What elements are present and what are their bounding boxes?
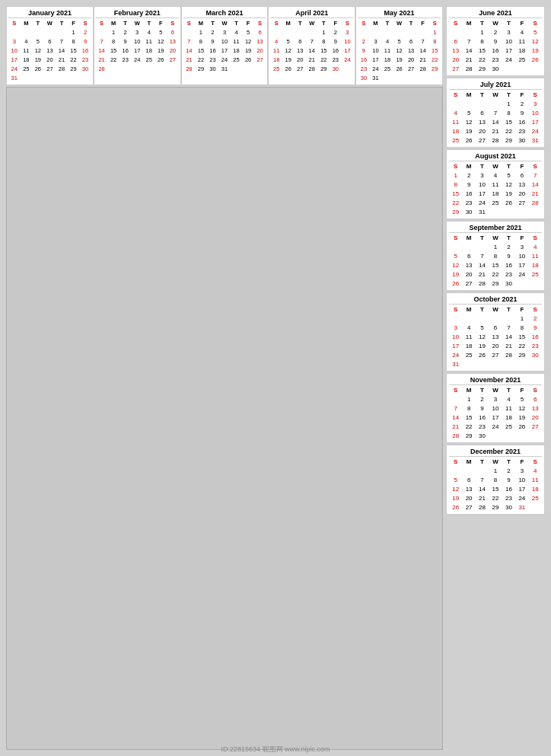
day — [44, 28, 56, 37]
day-header-s2: S — [79, 19, 91, 28]
day: 3 — [8, 37, 21, 46]
day: 22 — [68, 56, 80, 65]
march-calendar: March 2021 S M T W T F S 1 2 3 4 5 6 7 — [181, 6, 269, 85]
left-section: January 2021 S M T W T F S 1 2 — [6, 6, 443, 750]
march-grid: S M T W T F S 1 2 3 4 5 6 7 8 9 — [183, 19, 266, 74]
day: 15 — [68, 46, 80, 56]
november-title: November 2021 — [449, 375, 542, 385]
may-calendar-top: May 2021 S M T W T F S 1 2 — [355, 6, 443, 85]
january-calendar: January 2021 S M T W T F S 1 2 — [6, 6, 94, 85]
february-calendar: February 2021 S M T W T F S 1 2 3 4 5 6 — [94, 6, 181, 85]
day: 5 — [32, 37, 44, 46]
day-header-t2: T — [56, 19, 68, 28]
day: 11 — [21, 46, 33, 56]
day: 20 — [44, 56, 56, 65]
day: 16 — [79, 46, 91, 56]
day-header-m: M — [21, 19, 33, 28]
october-calendar: October 2021 S M T W T F S 1 2 3 4 5 6 — [446, 292, 545, 372]
day: 8 — [68, 37, 80, 46]
day: 19 — [32, 56, 44, 65]
february-grid: S M T W T F S 1 2 3 4 5 6 7 8 9 — [96, 19, 179, 74]
day: 26 — [32, 65, 44, 74]
day: 4 — [21, 37, 33, 46]
day: 30 — [79, 65, 91, 74]
day: 17 — [8, 56, 21, 65]
day: 1 — [68, 28, 80, 37]
day — [56, 28, 68, 37]
day: 28 — [56, 65, 68, 74]
day-header-f: F — [68, 19, 80, 28]
day: 6 — [44, 37, 56, 46]
day: 13 — [44, 46, 56, 56]
day: 31 — [8, 74, 21, 83]
march-title: March 2021 — [183, 8, 266, 18]
december-title: December 2021 — [449, 447, 542, 457]
june-calendar: June 2021 S M T W T F S 1 2 3 4 5 6 7 8 … — [446, 6, 545, 76]
april-title: April 2021 — [270, 8, 353, 18]
october-grid: S M T W T F S 1 2 3 4 5 6 7 8 9 — [449, 305, 542, 369]
calendar-page: January 2021 S M T W T F S 1 2 — [0, 0, 551, 756]
day — [8, 28, 21, 37]
november-calendar: November 2021 S M T W T F S 1 2 3 4 5 6 … — [446, 373, 545, 443]
november-grid: S M T W T F S 1 2 3 4 5 6 7 8 9 10 11 12 — [449, 386, 542, 441]
day: 18 — [21, 56, 33, 65]
august-title: August 2021 — [449, 152, 542, 161]
may-title: May 2021 — [358, 8, 441, 18]
day — [32, 28, 44, 37]
day: 7 — [56, 37, 68, 46]
july-title: July 2021 — [449, 80, 542, 90]
top-months-row: January 2021 S M T W T F S 1 2 — [6, 6, 443, 85]
day: 2 — [79, 28, 91, 37]
december-grid: S M T W T F S 1 2 3 4 5 6 7 8 9 10 11 — [449, 458, 542, 512]
june-title: June 2021 — [449, 8, 542, 18]
day: 9 — [79, 37, 91, 46]
photo-area — [6, 87, 443, 750]
day: 23 — [79, 56, 91, 65]
july-grid: S M T W T F S 1 2 3 4 5 6 7 8 9 10 — [449, 91, 542, 145]
day-header-w: W — [44, 19, 56, 28]
june-grid: S M T W T F S 1 2 3 4 5 6 7 8 9 10 11 — [449, 19, 542, 74]
day: 24 — [8, 65, 21, 74]
day-header-s: S — [8, 19, 21, 28]
september-grid: S M T W T F S 1 2 3 4 5 6 7 8 9 10 11 — [449, 234, 542, 289]
august-calendar: August 2021 S M T W T F S 1 2 3 4 5 6 7 … — [446, 149, 545, 219]
october-title: October 2021 — [449, 295, 542, 305]
right-months-sidebar: June 2021 S M T W T F S 1 2 3 4 5 6 7 8 … — [446, 6, 545, 750]
day: 25 — [21, 65, 33, 74]
day-header-t: T — [32, 19, 44, 28]
day: 27 — [44, 65, 56, 74]
may-grid: S M T W T F S 1 2 3 4 5 — [358, 19, 441, 83]
april-calendar: April 2021 S M T W T F S 1 2 3 4 — [268, 6, 355, 85]
day — [21, 28, 33, 37]
day: 12 — [32, 46, 44, 56]
day: 14 — [56, 46, 68, 56]
july-calendar: July 2021 S M T W T F S 1 2 3 4 5 6 7 — [446, 78, 545, 148]
january-title: January 2021 — [8, 8, 91, 18]
february-title: February 2021 — [96, 8, 179, 18]
day: 21 — [56, 56, 68, 65]
day: 29 — [68, 65, 80, 74]
day: 10 — [8, 46, 21, 56]
january-grid: S M T W T F S 1 2 3 4 — [8, 19, 91, 83]
september-title: September 2021 — [449, 223, 542, 233]
december-calendar: December 2021 S M T W T F S 1 2 3 4 5 6 … — [446, 445, 545, 515]
april-grid: S M T W T F S 1 2 3 4 5 6 — [270, 19, 353, 74]
august-grid: S M T W T F S 1 2 3 4 5 6 7 8 9 10 11 12… — [449, 162, 542, 217]
september-calendar: September 2021 S M T W T F S 1 2 3 4 5 6… — [446, 221, 545, 291]
